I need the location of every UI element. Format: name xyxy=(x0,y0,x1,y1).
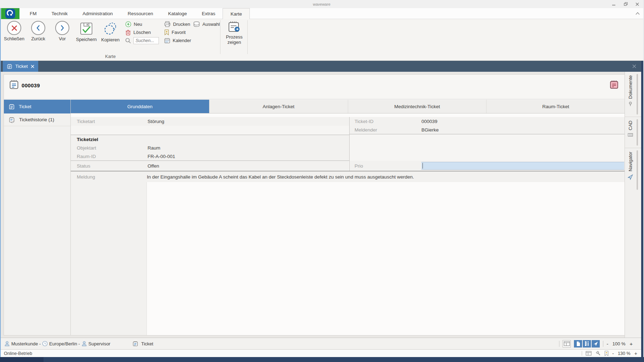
window-left-border xyxy=(0,8,1,357)
prozess-zeigen-button[interactable]: Prozesszeigen xyxy=(222,21,246,45)
layout-view-icon[interactable] xyxy=(586,351,592,356)
record-panel: 000039 Ticket Tickethistorie (1) xyxy=(4,74,625,335)
tab-grunddaten[interactable]: Grunddaten xyxy=(71,100,209,113)
context-label: Ticket xyxy=(141,341,153,346)
menu-tab-fm[interactable]: FM xyxy=(22,8,44,19)
document-tab-ticket[interactable]: Ticket xyxy=(3,61,38,72)
tools-hammer-icon[interactable] xyxy=(595,351,601,356)
status-bar: Musterkunde - Europe/Berlin - Supervisor… xyxy=(1,338,641,349)
meldung-value[interactable]: In der Eingangshalle im Gebäude A schein… xyxy=(147,174,414,180)
neu-button[interactable]: Neu xyxy=(125,20,159,28)
ribbon-separator xyxy=(220,20,220,54)
side-tab-navigator[interactable]: Navigator xyxy=(625,148,641,192)
connection-mode: Online-Betrieb xyxy=(4,351,32,356)
zurueck-button[interactable]: Zurück xyxy=(26,21,50,42)
close-all-tabs-icon[interactable] xyxy=(632,64,636,68)
record-body: Ticket Tickethistorie (1) Grunddaten Anl… xyxy=(4,100,625,335)
context-info: Ticket xyxy=(132,341,153,347)
section-ticketziel: Ticketziel xyxy=(71,135,349,144)
trash-icon xyxy=(125,29,131,36)
document-tab-bar: Ticket xyxy=(1,61,641,72)
navigator-arrow-icon xyxy=(627,174,633,180)
kalender-button[interactable]: Kalender xyxy=(164,36,191,45)
session-info: Musterkunde - Europe/Berlin - Supervisor xyxy=(4,341,110,346)
side-tab-dokumente[interactable]: Dokumente xyxy=(625,72,641,117)
navigator-view-icon[interactable] xyxy=(592,340,600,348)
search-input[interactable] xyxy=(133,37,159,44)
status-value[interactable]: Offen xyxy=(148,163,159,169)
tab-medizintechnik-ticket[interactable]: Medizintechnik-Ticket xyxy=(348,100,487,113)
tab-anlagen-ticket[interactable]: Anlagen-Ticket xyxy=(209,100,348,113)
window-bottom-border xyxy=(0,357,644,362)
field-prio: Prio xyxy=(350,161,625,171)
auswahl-button[interactable]: Auswahl xyxy=(193,20,220,28)
app-zoom-out-button[interactable]: - xyxy=(612,351,614,356)
objektart-value[interactable]: Raum xyxy=(148,145,160,151)
close-icon[interactable] xyxy=(635,2,640,7)
tab-raum-ticket[interactable]: Raum-Ticket xyxy=(487,100,625,113)
ribbon: Schließen Zurück Vor Speichern Kopieren xyxy=(1,19,643,61)
menu-tab-kataloge[interactable]: Kataloge xyxy=(161,8,194,19)
sidebar-item-tickethistorie[interactable]: Tickethistorie (1) xyxy=(4,113,70,126)
bookmark-star-icon xyxy=(164,29,169,35)
app-logo-icon xyxy=(1,8,19,19)
separator xyxy=(559,341,559,347)
ribbon-group-label: Karte xyxy=(1,54,220,59)
ribbon-big-buttons: Schließen Zurück Vor Speichern Kopieren xyxy=(2,21,122,42)
menu-tab-technik[interactable]: Technik xyxy=(44,8,75,19)
meldender-value[interactable]: BGierke xyxy=(421,127,439,133)
menu-tab-extras[interactable]: Extras xyxy=(194,8,223,19)
kopieren-button[interactable]: Kopieren xyxy=(98,21,122,42)
pink-notepad-icon[interactable] xyxy=(609,80,619,90)
window-controls xyxy=(611,0,641,8)
statusbar-right: - 100 % + xyxy=(559,340,633,348)
schliessen-button[interactable]: Schließen xyxy=(2,21,26,42)
outerbar-right: - 130 % + xyxy=(582,351,637,356)
person-icon xyxy=(4,341,10,346)
zoom-out-button[interactable]: - xyxy=(606,341,608,347)
ticketart-value[interactable]: Störung xyxy=(148,119,164,124)
clock-icon xyxy=(42,341,48,346)
document-view-icon[interactable] xyxy=(574,340,582,348)
form-area: Ticketart Störung Ticketziel Objektart R… xyxy=(71,114,625,335)
application-status-bar: Online-Betrieb - 130 % + xyxy=(1,349,641,357)
speichern-button[interactable]: Speichern xyxy=(74,21,98,42)
side-tab-cad[interactable]: CAD xyxy=(625,117,641,148)
form-spacer xyxy=(71,126,349,135)
app-zoom-in-button[interactable]: + xyxy=(634,351,637,356)
favorit-button[interactable]: Favorit xyxy=(164,28,191,36)
plus-circle-icon xyxy=(125,21,131,27)
ruler-info-icon[interactable] xyxy=(583,340,591,348)
prio-input[interactable] xyxy=(421,162,624,170)
collapse-ribbon-icon[interactable] xyxy=(636,12,640,15)
tab-close-icon[interactable] xyxy=(31,65,34,68)
vor-button[interactable]: Vor xyxy=(50,21,74,42)
menu-tab-administration[interactable]: Administration xyxy=(75,8,120,19)
field-ticketart: Ticketart Störung xyxy=(71,117,349,126)
drucken-button[interactable]: Drucken xyxy=(164,20,191,28)
layout-view-icon[interactable] xyxy=(563,340,571,348)
raum-id-value[interactable]: FR-A-00-001 xyxy=(148,154,175,159)
minimize-icon[interactable] xyxy=(611,2,616,7)
field-objektart: Objektart Raum xyxy=(71,144,349,152)
printer-icon xyxy=(164,21,171,27)
label-column-background xyxy=(71,182,147,335)
history-notepad-pencil-icon xyxy=(8,117,15,123)
loeschen-button[interactable]: Löschen xyxy=(125,28,159,36)
field-meldung: Meldung In der Eingangshalle im Gebäude … xyxy=(71,171,625,182)
tab-indicator xyxy=(637,74,638,115)
window-title: waveware xyxy=(313,2,330,6)
zoom-in-button[interactable]: + xyxy=(629,341,633,347)
record-notepad-icon xyxy=(8,79,19,90)
restore-icon[interactable] xyxy=(623,2,628,7)
favorites-bookmark-icon[interactable] xyxy=(604,351,609,356)
menu-tab-karte[interactable]: Karte xyxy=(223,8,249,19)
record-id: 000039 xyxy=(22,82,40,88)
pin-icon xyxy=(628,101,633,106)
record-sidebar: Ticket Tickethistorie (1) xyxy=(4,100,71,335)
ticket-notepad-icon xyxy=(132,341,138,347)
sidebar-item-ticket[interactable]: Ticket xyxy=(4,100,70,113)
field-raum-id: Raum-ID FR-A-00-001 xyxy=(71,152,349,160)
menu-tab-ressourcen[interactable]: Ressourcen xyxy=(120,8,161,19)
ticket-id-value[interactable]: 000039 xyxy=(421,119,437,124)
